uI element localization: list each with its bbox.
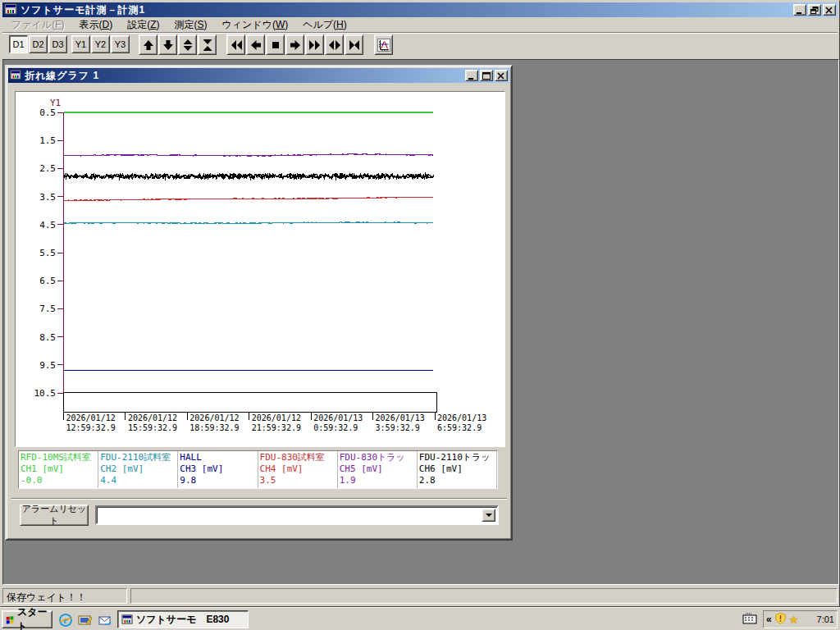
legend-channel-value: 2.8 xyxy=(419,475,495,486)
toolbar-button-d2[interactable]: D2 xyxy=(29,35,48,53)
legend-channel-label: CH1 [mV] xyxy=(21,463,96,475)
alarm-combobox[interactable] xyxy=(95,505,499,525)
legend-channel-label: CH5 [mV] xyxy=(340,463,415,475)
close-icon[interactable] xyxy=(823,4,836,16)
status-message: 保存ウェイト！！ xyxy=(2,588,127,604)
svg-text:9.5: 9.5 xyxy=(39,360,56,371)
menu-item-f[interactable]: ファイル(F) xyxy=(4,17,71,33)
app-icon xyxy=(121,614,133,625)
legend-sensor-name: RFD-10MS試料室 xyxy=(21,452,96,463)
toolbar-group-2: Y1Y2Y3 xyxy=(71,34,130,53)
legend-channel-value: 3.5 xyxy=(260,475,336,486)
menu-separator xyxy=(2,32,838,34)
compress-vertical-icon[interactable] xyxy=(198,34,217,55)
rewind-icon[interactable] xyxy=(226,34,245,55)
legend-channel-value: 4.4 xyxy=(100,475,176,486)
toolbar-group-3 xyxy=(139,34,217,55)
legend-channel-label: CH2 [mV] xyxy=(100,463,176,475)
toolbar-button-d1[interactable]: D1 xyxy=(9,35,28,53)
legend-sensor-name: FDU-2110試料室 xyxy=(100,452,176,463)
outlook-express-icon[interactable] xyxy=(97,612,113,628)
legend-channel-value: 1.9 xyxy=(340,475,415,486)
menu-item-w[interactable]: ウィンドウ(W) xyxy=(215,17,296,33)
legend-sensor-name: HALL xyxy=(180,452,255,463)
arrow-down-icon[interactable] xyxy=(158,34,177,55)
toolbar: D1D2D3Y1Y2Y3 xyxy=(2,34,838,58)
toolbar-button-y2[interactable]: Y2 xyxy=(91,35,110,53)
line-chart: Y10.51.52.53.54.55.56.57.58.59.510.5 202… xyxy=(15,91,505,447)
mdi-area: 折れ線グラフ 1 Y10.51.52.53.54.55.56.57.58.59.… xyxy=(2,59,839,585)
menu-item-d[interactable]: 表示(D) xyxy=(71,17,120,33)
internet-explorer-icon[interactable]: e xyxy=(57,612,74,628)
star-icon[interactable]: ★ xyxy=(789,614,799,625)
toolbar-group-1: D1D2D3 xyxy=(9,34,67,53)
status-bar: 保存ウェイト！！ xyxy=(2,587,838,606)
step-left-icon[interactable] xyxy=(246,34,265,55)
maximize-icon[interactable] xyxy=(480,70,493,81)
window-title: ソフトサーモ計測－計測1 xyxy=(21,3,145,17)
chevron-icon[interactable]: « xyxy=(766,614,772,625)
combo-arrow-icon[interactable] xyxy=(482,509,495,522)
legend-sensor-name: FDU-830トラッ xyxy=(340,452,415,463)
svg-text:5.5: 5.5 xyxy=(39,248,56,258)
minimize-icon[interactable] xyxy=(793,4,806,16)
fast-forward-icon[interactable] xyxy=(305,34,324,55)
legend-sensor-name: FDU-2110トラッ xyxy=(419,452,495,463)
restore-icon[interactable] xyxy=(808,4,821,16)
legend-sensor-name: FDU-830試料室 xyxy=(260,452,336,463)
alarm-combobox-field[interactable] xyxy=(98,509,482,522)
step-right-icon[interactable] xyxy=(285,34,304,55)
shield-icon[interactable] xyxy=(774,612,787,628)
close-icon[interactable] xyxy=(495,70,508,81)
show-desktop-icon[interactable] xyxy=(77,612,94,628)
toolbar-group-4 xyxy=(226,34,363,55)
svg-text:7.5: 7.5 xyxy=(39,304,56,314)
taskbar-task-button[interactable]: ソフトサーモ E830 xyxy=(117,610,249,628)
graph-icon[interactable] xyxy=(374,34,393,55)
chart-window: 折れ線グラフ 1 Y10.51.52.53.54.55.56.57.58.59.… xyxy=(5,65,513,541)
legend-channel-value: 9.8 xyxy=(180,475,255,486)
alarm-reset-button[interactable]: アラームリセット xyxy=(20,504,89,526)
toolbar-button-y3[interactable]: Y3 xyxy=(111,35,130,53)
main-titlebar: ソフトサーモ計測－計測1 xyxy=(2,2,838,17)
taskbar: スタート e ソフトサーモ E830 « ★ 7:01 xyxy=(0,607,840,630)
menu-item-z[interactable]: 設定(Z) xyxy=(120,17,167,33)
menu-item-s[interactable]: 測定(S) xyxy=(167,17,214,33)
legend-cell-ch4: FDU-830試料室CH4 [mV]3.5 xyxy=(258,451,338,488)
legend-cell-ch2: FDU-2110試料室CH2 [mV]4.4 xyxy=(98,451,178,488)
svg-text:10.5: 10.5 xyxy=(34,388,57,399)
chart-client-area: Y10.51.52.53.54.55.56.57.58.59.510.5 202… xyxy=(9,84,509,536)
start-label: スタート xyxy=(17,605,48,630)
plot-canvas: Y10.51.52.53.54.55.56.57.58.59.510.5 xyxy=(16,92,504,446)
keyboard-icon[interactable] xyxy=(742,613,757,627)
compress-horizontal-icon[interactable] xyxy=(345,34,363,55)
toolbar-button-d3[interactable]: D3 xyxy=(48,35,67,53)
chart-window-title: 折れ線グラフ 1 xyxy=(25,69,99,83)
legend-channel-label: CH3 [mV] xyxy=(180,463,255,475)
arrow-up-icon[interactable] xyxy=(139,34,158,55)
menu-item-h[interactable]: ヘルプ(H) xyxy=(295,17,354,33)
svg-text:3.5: 3.5 xyxy=(39,192,56,203)
svg-text:4.5: 4.5 xyxy=(39,220,56,231)
svg-text:1.5: 1.5 xyxy=(39,135,56,146)
app-icon xyxy=(10,69,21,83)
legend-cell-ch6: FDU-2110トラッCH6 [mV]2.8 xyxy=(418,451,497,488)
chart-window-titlebar: 折れ線グラフ 1 xyxy=(8,68,509,83)
status-cell-secondary xyxy=(130,588,838,604)
task-label: ソフトサーモ E830 xyxy=(136,613,229,627)
legend-channel-label: CH6 [mV] xyxy=(419,463,495,475)
svg-text:8.5: 8.5 xyxy=(39,332,56,343)
expand-horizontal-icon[interactable] xyxy=(325,34,344,55)
minimize-icon[interactable] xyxy=(465,70,478,81)
start-flag-icon xyxy=(6,614,15,625)
main-window: ソフトサーモ計測－計測1 ファイル(F)表示(D)設定(Z)測定(S)ウィンドウ… xyxy=(0,0,840,607)
stop-icon[interactable] xyxy=(266,34,285,55)
svg-text:2.5: 2.5 xyxy=(39,163,56,174)
taskbar-clock: 7:01 xyxy=(817,614,834,624)
menubar: ファイル(F)表示(D)設定(Z)測定(S)ウィンドウ(W)ヘルプ(H) xyxy=(2,18,838,32)
toolbar-button-y1[interactable]: Y1 xyxy=(71,35,90,53)
app-icon xyxy=(4,2,17,18)
expand-vertical-icon[interactable] xyxy=(178,34,197,55)
channel-legend: RFD-10MS試料室CH1 [mV]-0.0FDU-2110試料室CH2 [m… xyxy=(18,450,498,489)
start-button[interactable]: スタート xyxy=(2,610,52,628)
